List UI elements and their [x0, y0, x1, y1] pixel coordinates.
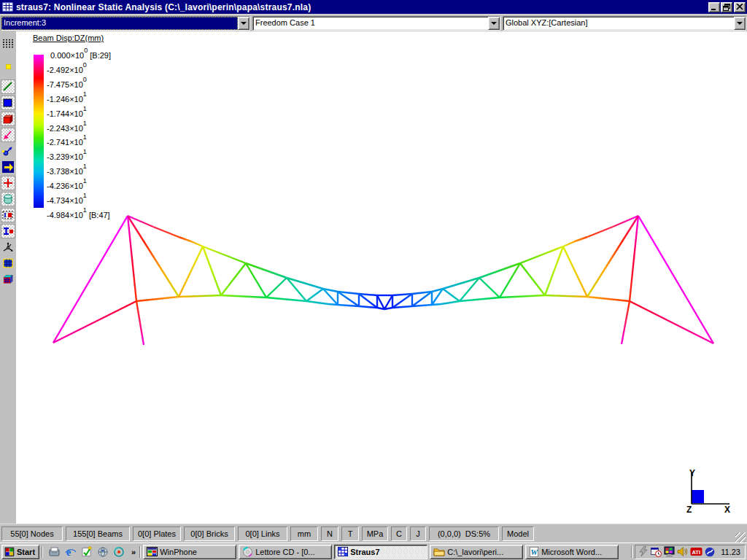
axis-cube [692, 490, 704, 503]
internet-explorer-icon[interactable]: e [64, 545, 77, 558]
legend-title: Beam Disp:DZ(mm) [33, 34, 104, 42]
quick-launch-overflow[interactable]: » [130, 548, 137, 556]
scheduler-icon[interactable] [651, 546, 662, 557]
axis-triad: Y Z X [683, 467, 747, 518]
beam-member [587, 227, 613, 237]
task-label: Straus7 [350, 548, 424, 556]
beam-member [545, 295, 587, 297]
beam-member [622, 301, 630, 344]
display-icon[interactable] [664, 546, 675, 557]
channels-icon[interactable] [112, 545, 125, 558]
minimize-button[interactable] [708, 2, 720, 12]
beam-member [221, 263, 246, 295]
main-area: Beam Disp:DZ(mm) 0.000×100 [B:29]-2.492×… [0, 31, 747, 524]
beam-member [179, 246, 203, 297]
toolbar-button-brick-grid[interactable] [1, 272, 15, 287]
beam-member [246, 263, 287, 278]
status-cell: 0[0] Plates [133, 526, 181, 541]
toolbar-button-node-grid[interactable] [1, 36, 15, 50]
beam-member [441, 301, 460, 304]
add-node-icon [2, 177, 14, 189]
power-icon[interactable] [638, 546, 649, 557]
beam-member [191, 241, 203, 246]
toolbar-button-cylinder-tool[interactable] [1, 192, 15, 206]
toolbar-button-beam-section[interactable] [1, 224, 15, 238]
increment-value: Increment:3 [1, 17, 238, 30]
restore-button[interactable] [721, 2, 732, 12]
legend-entry: -3.239×101 [47, 149, 87, 164]
close-button[interactable] [734, 2, 746, 12]
task-button-winphone[interactable]: WinPhone [143, 545, 236, 559]
outlook-icon[interactable] [80, 545, 93, 558]
legend-entry: -2.243×101 [47, 121, 87, 136]
beam-member [500, 295, 545, 298]
beam-member [545, 246, 563, 295]
windows-logo-icon [4, 547, 15, 556]
beam-member [306, 301, 328, 304]
model-canvas[interactable]: Beam Disp:DZ(mm) 0.000×100 [B:29]-2.492×… [16, 31, 747, 524]
toolbar-button-plate-element[interactable] [1, 96, 15, 110]
toolbar-button-select-marquee[interactable] [1, 208, 15, 222]
axis-label-z: Z [686, 505, 692, 515]
freedom-case-combobox[interactable]: Freedom Case 1 [252, 16, 500, 31]
status-cell: mm [290, 526, 318, 541]
toolbar-button-plate-grid[interactable] [1, 256, 15, 271]
beam-member [266, 298, 306, 301]
status-cell: J [410, 526, 426, 541]
straus7-window: straus7: Nonlinear Static Analysis (C:\_… [0, 0, 747, 560]
cylinder-tool-icon [2, 193, 14, 205]
increment-dropdown-arrow[interactable] [238, 17, 249, 30]
freedom-case-dropdown-arrow[interactable] [488, 17, 500, 30]
beam-member [520, 263, 545, 295]
legend-entry: -1.744×101 [47, 106, 87, 121]
ati-icon[interactable]: ATI [690, 547, 703, 556]
task-button-microsoft-word[interactable]: WMicrosoft Word... [525, 545, 619, 559]
start-button[interactable]: Start [1, 545, 39, 559]
legend-entry: -4.734×101 [47, 193, 87, 208]
vector-draw-icon [2, 145, 14, 157]
netmeeting-icon[interactable] [96, 545, 109, 558]
toolbar-button-move-tool[interactable] [1, 160, 15, 174]
task-button-lettore-cd-0[interactable]: Lettore CD - [0... [239, 545, 332, 559]
point-icon [7, 65, 10, 69]
toolbar-button-vector-draw[interactable] [1, 144, 15, 158]
task-button-straus7[interactable]: Straus7 [334, 545, 427, 559]
status-cell: 55[0] Nodes [1, 526, 63, 541]
toolbar-button-point[interactable] [1, 59, 15, 74]
winphone-icon [147, 547, 158, 556]
beam-member [575, 237, 587, 241]
status-cell: C [391, 526, 407, 541]
move-tool-icon [2, 161, 14, 173]
coordinate-system-dropdown-arrow[interactable] [734, 17, 746, 30]
brick-element-icon [2, 113, 14, 125]
toolbar-button-beam-element[interactable] [1, 79, 15, 94]
plate-grid-icon [2, 257, 14, 269]
taskbar-divider [631, 546, 632, 558]
taskbar-divider [42, 546, 43, 558]
coordinate-system-combobox[interactable]: Global XYZ:[Cartesian] [503, 16, 746, 31]
legend-entry: -3.738×101 [47, 164, 87, 179]
toolbar-button-link-element[interactable] [1, 128, 15, 142]
status-cell: (0,0,0) DS:5% [429, 526, 499, 541]
volume-icon[interactable] [677, 546, 688, 557]
toolbar-button-add-node[interactable] [1, 176, 15, 190]
show-desktop-icon[interactable] [48, 545, 61, 558]
increment-combobox[interactable]: Increment:3 [1, 16, 250, 31]
msn-icon[interactable] [705, 547, 715, 557]
beam-member [563, 241, 575, 246]
beam-member [203, 246, 221, 295]
toolbar-button-axes-star[interactable] [1, 240, 15, 254]
toolbar-button-brick-element[interactable] [1, 112, 15, 126]
resize-grip[interactable] [735, 532, 746, 542]
word-icon: W [529, 547, 539, 557]
title-bar: straus7: Nonlinear Static Analysis (C:\_… [0, 0, 747, 14]
link-element-icon [2, 129, 14, 141]
taskbar-divider [139, 546, 141, 558]
beam-member [479, 263, 520, 278]
beam-member [306, 289, 323, 301]
beam-member [587, 297, 630, 301]
toolbar-row: Increment:3 Freedom Case 1 Global XYZ:[C… [0, 14, 747, 31]
legend-entry: -2.741×101 [47, 135, 87, 149]
task-button-c-lavori-peri[interactable]: C:\_lavori\peri... [430, 545, 523, 559]
plate-element-icon [2, 97, 14, 109]
